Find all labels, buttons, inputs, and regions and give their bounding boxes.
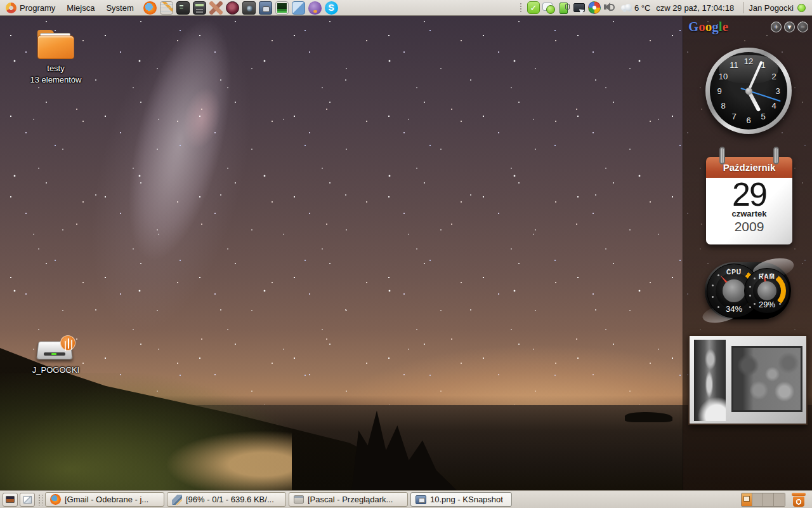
virtualbox-launcher-icon[interactable] [292, 1, 305, 15]
bottom-taskbar: [Gmail - Odebrane - j... [96% - 0/1 - 63… [0, 490, 812, 508]
menu-miejsca[interactable]: Miejsca [61, 0, 100, 15]
messaging-tray-icon[interactable] [542, 1, 555, 14]
pidgin-launcher-icon[interactable] [308, 1, 322, 15]
temperature-label: 6 °C [634, 3, 650, 13]
system-monitor-launcher-icon[interactable] [275, 1, 289, 15]
task-title: 10.png - KSnapshot [430, 495, 503, 504]
task-title: [96% - 0/1 - 639.6 KB/... [186, 495, 274, 504]
window-list-drag-handle[interactable] [38, 494, 43, 505]
screenshot-launcher-icon[interactable] [259, 1, 272, 15]
window-selector-button[interactable] [20, 493, 35, 507]
desktop-icon-jpogocki[interactable]: J_POGOCKI [16, 335, 95, 376]
task-button-gmail[interactable]: [Gmail - Odebrane - j... [45, 492, 164, 507]
calendar-body: 29 czwartek 2009 [706, 178, 792, 244]
user-name-label: Jan Pogocki [749, 3, 794, 13]
clock-gadget[interactable]: 12 1 2 3 4 5 6 7 8 9 10 11 [705, 48, 792, 134]
clock-number: 9 [717, 86, 721, 96]
clock-number: 8 [721, 101, 725, 110]
sidebar-header: Google + ▾ − [683, 16, 812, 35]
clock-number: 1 [761, 60, 765, 70]
clock-number: 5 [761, 112, 765, 121]
grass-decoration [0, 373, 292, 490]
panel-separator [743, 2, 744, 13]
top-panel: Programy Miejsca System S [0, 0, 812, 16]
google-logo-letter: o [705, 19, 712, 34]
workspace-2[interactable] [752, 493, 763, 506]
clock-number: 7 [731, 112, 736, 121]
workspace-switcher [741, 493, 785, 507]
clock-hub [745, 88, 752, 95]
clock-number: 6 [746, 116, 750, 125]
removable-drive-icon [36, 335, 75, 362]
task-button-ksnapshot[interactable]: 10.png - KSnapshot [410, 492, 512, 507]
google-desktop-tray-icon[interactable] [588, 1, 601, 14]
desktop-wallpaper: testy 13 elementów J_POGOCKI Google + ▾ … [0, 16, 812, 490]
webcam-launcher-icon[interactable] [226, 1, 239, 15]
panel-clock[interactable]: czw 29 paź, 17:04:18 [656, 3, 734, 13]
calendar-day-label: 29 [706, 178, 792, 211]
ram-gauge-hub [757, 281, 776, 300]
sidebar-minimize-button[interactable]: − [797, 22, 808, 32]
camera-launcher-icon[interactable] [242, 1, 256, 15]
menu-system[interactable]: System [100, 0, 139, 15]
volume-tray-icon[interactable] [603, 1, 616, 14]
google-logo: Google [688, 19, 728, 35]
text-editor-launcher-icon[interactable] [160, 1, 173, 15]
desktop-icon-testy[interactable]: testy 13 elementów [16, 30, 95, 85]
updates-ok-tray-icon[interactable]: ✓ [527, 1, 540, 14]
sidebar-options-button[interactable]: ▾ [784, 22, 795, 32]
menu-programy-label: Programy [20, 3, 55, 13]
workspace-3[interactable] [763, 493, 774, 506]
clock-minute-hand [747, 61, 763, 91]
download-manager-icon [172, 495, 182, 505]
menu-programy[interactable]: Programy [0, 0, 61, 15]
skype-launcher-icon[interactable]: S [325, 1, 338, 15]
clock-number: 4 [771, 101, 776, 110]
ubuntu-logo-icon [6, 3, 16, 13]
rock-right-decoration [625, 412, 672, 422]
launcher-bar: S [143, 1, 338, 15]
desktop-icon-testy-label: testy [16, 63, 95, 74]
firefox-launcher-icon[interactable] [143, 1, 157, 15]
sidebar-add-button[interactable]: + [771, 22, 782, 32]
google-logo-letter: G [688, 19, 698, 34]
ksnapshot-icon [416, 495, 426, 504]
google-desktop-sidebar: Google + ▾ − 12 1 2 3 4 5 6 7 8 [683, 16, 812, 490]
tray-drag-handle[interactable] [520, 3, 523, 13]
system-meters-gadget[interactable]: CPU 34% RAM 29% [705, 262, 791, 319]
task-button-download[interactable]: [96% - 0/1 - 639.6 KB/... [167, 492, 286, 507]
volume-waves-icon [610, 4, 615, 11]
task-button-pascal[interactable]: [Pascal - Przeglądark... [289, 492, 408, 507]
desktop-icon-testy-count: 13 elementów [16, 74, 95, 86]
clock-number: 3 [775, 86, 780, 96]
photo-texture [731, 346, 802, 412]
photo-frame-gadget[interactable] [688, 335, 808, 425]
firefox-icon [50, 494, 61, 505]
trash-icon[interactable] [792, 492, 806, 507]
workspace-1[interactable] [742, 493, 752, 506]
network-tray-icon[interactable] [573, 1, 586, 14]
clock-number: 11 [730, 60, 738, 70]
screen: Programy Miejsca System S [0, 0, 812, 508]
calendar-ring-icon [773, 147, 779, 164]
bandage-launcher-icon[interactable] [209, 1, 223, 15]
menu-miejsca-label: Miejsca [67, 3, 95, 13]
clock-number: 2 [771, 72, 776, 81]
menu-system-label: System [106, 3, 133, 13]
ram-value: 29% [745, 300, 789, 309]
desktop-icon-jpogocki-label: J_POGOCKI [16, 364, 95, 376]
show-desktop-button[interactable] [3, 493, 18, 507]
calendar-gadget[interactable]: Październik 29 czwartek 2009 [706, 157, 792, 244]
weather-applet[interactable]: 6 °C [620, 3, 650, 13]
google-logo-letter: e [723, 19, 728, 34]
folder-icon [37, 30, 74, 59]
calculator-launcher-icon[interactable] [193, 1, 206, 15]
clock-face: 12 1 2 3 4 5 6 7 8 9 10 11 [710, 52, 787, 130]
terminal-launcher-icon[interactable] [176, 1, 190, 15]
workspace-4[interactable] [774, 493, 785, 506]
cloud-icon [620, 4, 632, 11]
battery-tray-icon[interactable] [558, 1, 570, 14]
task-title: [Gmail - Odebrane - j... [65, 495, 148, 504]
user-switcher[interactable]: Jan Pogocki [749, 3, 808, 13]
show-desktop-icon [6, 496, 15, 503]
